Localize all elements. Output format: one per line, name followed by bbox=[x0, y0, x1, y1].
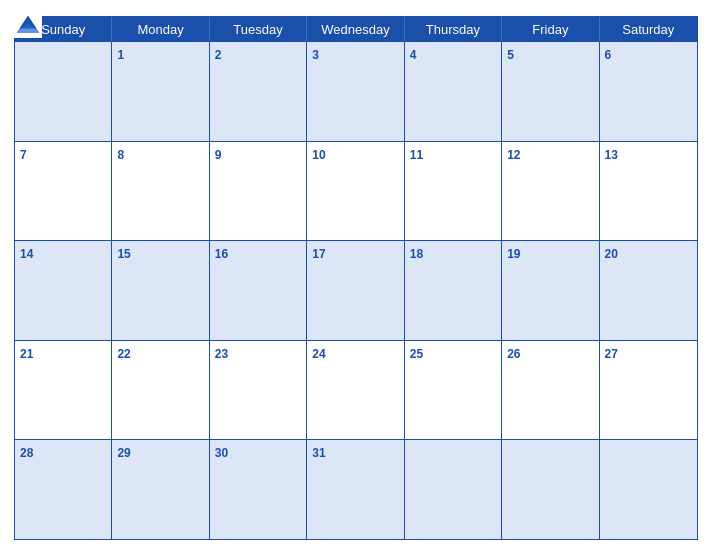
weeks-container: 1234567891011121314151617181920212223242… bbox=[15, 42, 697, 539]
day-number: 20 bbox=[605, 247, 618, 261]
calendar-page: SundayMondayTuesdayWednesdayThursdayFrid… bbox=[0, 0, 712, 550]
day-cell: 30 bbox=[210, 440, 307, 539]
day-number: 13 bbox=[605, 148, 618, 162]
day-number: 6 bbox=[605, 48, 612, 62]
day-cell: 12 bbox=[502, 142, 599, 241]
day-cell: 7 bbox=[15, 142, 112, 241]
day-cell: 1 bbox=[112, 42, 209, 141]
day-number: 27 bbox=[605, 347, 618, 361]
day-cell: 3 bbox=[307, 42, 404, 141]
day-cell bbox=[600, 440, 697, 539]
day-cell: 10 bbox=[307, 142, 404, 241]
day-cell: 13 bbox=[600, 142, 697, 241]
day-headers-row: SundayMondayTuesdayWednesdayThursdayFrid… bbox=[15, 17, 697, 42]
day-cell: 20 bbox=[600, 241, 697, 340]
day-number: 31 bbox=[312, 446, 325, 460]
day-cell: 24 bbox=[307, 341, 404, 440]
day-number: 22 bbox=[117, 347, 130, 361]
day-number: 12 bbox=[507, 148, 520, 162]
day-number: 24 bbox=[312, 347, 325, 361]
day-number: 14 bbox=[20, 247, 33, 261]
day-cell: 5 bbox=[502, 42, 599, 141]
day-cell: 28 bbox=[15, 440, 112, 539]
day-cell bbox=[405, 440, 502, 539]
day-cell: 27 bbox=[600, 341, 697, 440]
day-cell: 6 bbox=[600, 42, 697, 141]
day-number: 29 bbox=[117, 446, 130, 460]
week-row-5: 28293031 bbox=[15, 439, 697, 539]
day-number: 10 bbox=[312, 148, 325, 162]
day-cell: 26 bbox=[502, 341, 599, 440]
day-cell: 23 bbox=[210, 341, 307, 440]
day-cell: 9 bbox=[210, 142, 307, 241]
day-number: 9 bbox=[215, 148, 222, 162]
svg-rect-3 bbox=[14, 29, 42, 33]
day-number: 21 bbox=[20, 347, 33, 361]
week-row-4: 21222324252627 bbox=[15, 340, 697, 440]
day-cell: 15 bbox=[112, 241, 209, 340]
day-number: 26 bbox=[507, 347, 520, 361]
calendar-grid: SundayMondayTuesdayWednesdayThursdayFrid… bbox=[14, 16, 698, 540]
day-cell: 29 bbox=[112, 440, 209, 539]
day-cell bbox=[502, 440, 599, 539]
day-cell: 11 bbox=[405, 142, 502, 241]
day-number: 28 bbox=[20, 446, 33, 460]
day-number: 4 bbox=[410, 48, 417, 62]
day-cell: 17 bbox=[307, 241, 404, 340]
day-number: 7 bbox=[20, 148, 27, 162]
day-number: 8 bbox=[117, 148, 124, 162]
day-number: 11 bbox=[410, 148, 423, 162]
day-number: 16 bbox=[215, 247, 228, 261]
day-number: 25 bbox=[410, 347, 423, 361]
day-cell: 19 bbox=[502, 241, 599, 340]
day-number: 19 bbox=[507, 247, 520, 261]
day-header-monday: Monday bbox=[112, 17, 209, 42]
day-cell: 25 bbox=[405, 341, 502, 440]
day-number: 17 bbox=[312, 247, 325, 261]
day-number: 1 bbox=[117, 48, 124, 62]
logo-icon bbox=[14, 10, 42, 38]
day-cell: 2 bbox=[210, 42, 307, 141]
day-header-tuesday: Tuesday bbox=[210, 17, 307, 42]
day-number: 3 bbox=[312, 48, 319, 62]
week-row-3: 14151617181920 bbox=[15, 240, 697, 340]
day-header-thursday: Thursday bbox=[405, 17, 502, 42]
day-number: 18 bbox=[410, 247, 423, 261]
day-cell: 21 bbox=[15, 341, 112, 440]
day-cell: 18 bbox=[405, 241, 502, 340]
day-cell: 16 bbox=[210, 241, 307, 340]
day-header-friday: Friday bbox=[502, 17, 599, 42]
day-header-wednesday: Wednesday bbox=[307, 17, 404, 42]
day-cell: 22 bbox=[112, 341, 209, 440]
day-number: 30 bbox=[215, 446, 228, 460]
logo bbox=[14, 10, 45, 38]
day-number: 23 bbox=[215, 347, 228, 361]
day-header-saturday: Saturday bbox=[600, 17, 697, 42]
day-cell: 4 bbox=[405, 42, 502, 141]
day-number: 5 bbox=[507, 48, 514, 62]
day-cell bbox=[15, 42, 112, 141]
day-cell: 8 bbox=[112, 142, 209, 241]
day-cell: 14 bbox=[15, 241, 112, 340]
week-row-1: 123456 bbox=[15, 42, 697, 141]
day-number: 2 bbox=[215, 48, 222, 62]
week-row-2: 78910111213 bbox=[15, 141, 697, 241]
day-cell: 31 bbox=[307, 440, 404, 539]
day-number: 15 bbox=[117, 247, 130, 261]
